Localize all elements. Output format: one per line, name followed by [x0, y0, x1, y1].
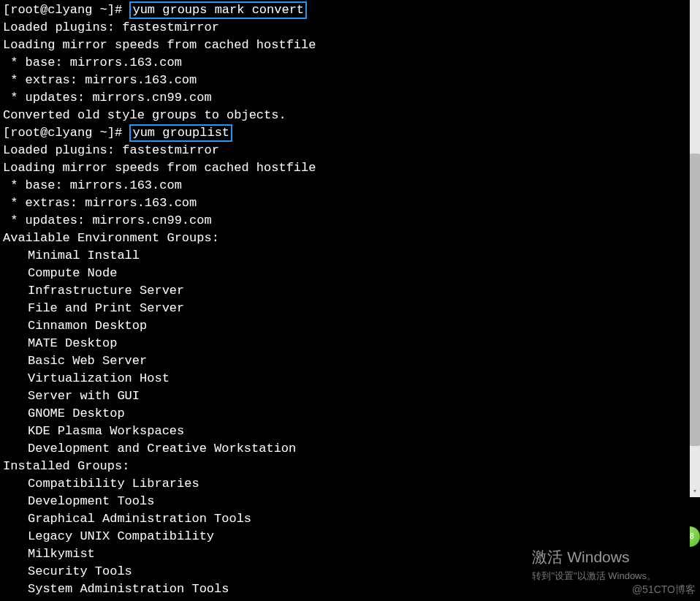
installed-group-item: System Management [3, 598, 697, 601]
watermark-text: @51CTO博客 [632, 581, 696, 598]
env-group-item: Server with GUI [3, 388, 697, 405]
env-groups-header: Available Environment Groups: [3, 230, 697, 247]
output-line: * updates: mirrors.cn99.com [3, 89, 697, 107]
command-highlight-2: yum grouplist [129, 124, 232, 142]
activation-title: 激活 Windows [532, 548, 656, 566]
shell-prompt: [root@clyang ~]# [3, 3, 129, 17]
output-line: Converted old style groups to objects. [3, 107, 697, 124]
env-group-item: Infrastructure Server [3, 282, 697, 300]
scrollbar-thumb[interactable] [690, 154, 700, 446]
env-group-item: Virtualization Host [3, 370, 697, 388]
env-group-item: GNOME Desktop [3, 405, 697, 423]
installed-group-item: Development Tools [3, 493, 697, 510]
installed-group-item: Legacy UNIX Compatibility [3, 528, 697, 545]
output-line: Loading mirror speeds from cached hostfi… [3, 37, 697, 54]
shell-prompt: [root@clyang ~]# [3, 126, 129, 140]
env-group-item: Cinnamon Desktop [3, 317, 697, 335]
prompt-line-2: [root@clyang ~]# yum grouplist [3, 124, 697, 142]
output-line: Loaded plugins: fastestmirror [3, 142, 697, 159]
env-group-item: KDE Plasma Workspaces [3, 423, 697, 440]
windows-activation-overlay: 激活 Windows 转到"设置"以激活 Windows。 [532, 548, 656, 585]
scrollbar-down-arrow-icon[interactable]: ▾ [690, 485, 700, 497]
installed-group-item: Compatibility Libraries [3, 475, 697, 493]
env-group-item: Compute Node [3, 265, 697, 282]
installed-groups-header: Installed Groups: [3, 458, 697, 475]
env-group-item: Development and Creative Workstation [3, 440, 697, 458]
env-group-item: MATE Desktop [3, 335, 697, 352]
scrollbar-track[interactable]: ▾ [690, 0, 700, 497]
installed-group-item: Graphical Administration Tools [3, 510, 697, 528]
output-line: Loaded plugins: fastestmirror [3, 19, 697, 37]
env-group-item: Basic Web Server [3, 352, 697, 370]
output-line: * extras: mirrors.163.com [3, 72, 697, 89]
output-line: Loading mirror speeds from cached hostfi… [3, 159, 697, 177]
prompt-line-1: [root@clyang ~]# yum groups mark convert [3, 1, 697, 19]
env-group-item: File and Print Server [3, 300, 697, 317]
terminal-output[interactable]: [root@clyang ~]# yum groups mark convert… [3, 1, 697, 601]
output-line: * base: mirrors.163.com [3, 54, 697, 72]
output-line: * extras: mirrors.163.com [3, 194, 697, 212]
command-highlight-1: yum groups mark convert [129, 1, 307, 19]
output-line: * updates: mirrors.cn99.com [3, 212, 697, 230]
output-line: * base: mirrors.163.com [3, 177, 697, 194]
env-group-item: Minimal Install [3, 247, 697, 265]
